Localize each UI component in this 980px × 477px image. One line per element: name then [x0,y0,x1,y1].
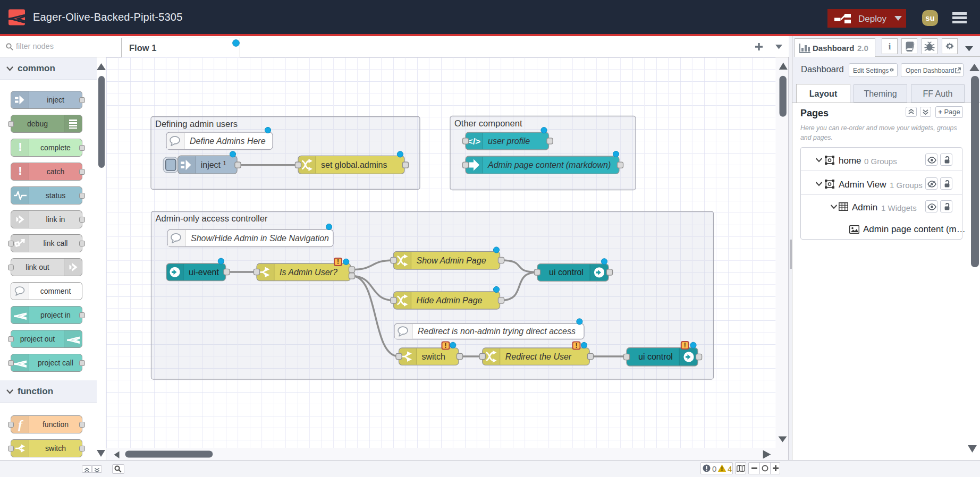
svg-text:inject 1: inject 1 [201,160,226,169]
svg-text:Defining admin users: Defining admin users [155,119,238,129]
svg-text:Is Admin User?: Is Admin User? [280,268,337,277]
svg-text:ui-event: ui-event [189,268,219,277]
svg-text:!: ! [576,342,578,350]
svg-text:i: i [889,41,891,52]
svg-text:</>: </> [468,137,481,147]
svg-text:set global.admins: set global.admins [321,160,387,169]
svg-text:ui control: ui control [638,352,673,361]
svg-text:Admin page content (markdown): Admin page content (markdown) [487,160,611,169]
svg-text:!: ! [337,258,339,266]
svg-text:switch: switch [422,352,445,361]
svg-text:Define Admins Here: Define Admins Here [190,137,266,146]
svg-text:!: ! [684,342,686,349]
svg-text:Hide Admin Page: Hide Admin Page [417,296,483,305]
svg-text:Admin-only access controller: Admin-only access controller [156,214,268,223]
svg-text:user profile: user profile [488,137,530,146]
svg-text:ui control: ui control [549,268,584,277]
svg-text:Other component: Other component [454,118,522,128]
svg-text:!: ! [445,342,447,350]
svg-text:Show/Hide Admin in Side Naviga: Show/Hide Admin in Side Navigation [191,234,329,243]
svg-text:Redirect the User: Redirect the User [505,352,572,361]
svg-text:Show Admin Page: Show Admin Page [417,256,486,265]
svg-text:Redirect is non-admin trying d: Redirect is non-admin trying direct acce… [418,327,576,336]
